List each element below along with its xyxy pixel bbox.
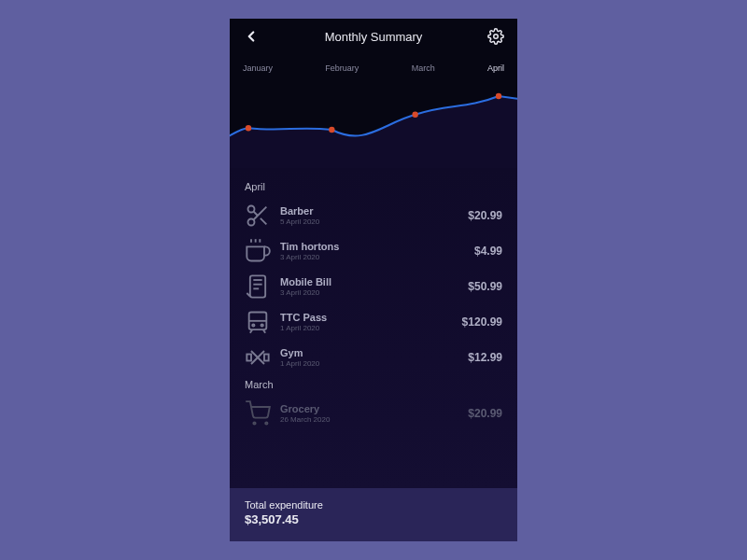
svg-point-26: [265, 422, 267, 424]
transaction-row[interactable]: Tim hortons3 April 2020$4.99: [245, 233, 502, 269]
transaction-name: Grocery: [280, 403, 468, 414]
transaction-name: Tim hortons: [280, 241, 474, 252]
transaction-row[interactable]: Barber5 April 2020$20.99: [245, 198, 502, 233]
transaction-row[interactable]: TTC Pass1 April 2020$120.99: [245, 304, 502, 340]
total-footer: Total expenditure $3,507.45: [230, 488, 517, 541]
header: Monthly Summary: [230, 19, 517, 50]
transaction-amount: $20.99: [468, 407, 502, 420]
page-title: Monthly Summary: [325, 30, 423, 44]
svg-point-5: [248, 206, 255, 213]
transaction-amount: $50.99: [468, 280, 502, 293]
svg-line-9: [253, 211, 258, 216]
svg-point-1: [246, 125, 251, 131]
transaction-amount: $20.99: [468, 209, 502, 222]
svg-point-4: [496, 93, 501, 99]
svg-rect-13: [250, 275, 265, 297]
transaction-name: Barber: [280, 205, 468, 217]
transaction-amount: $120.99: [462, 315, 502, 329]
svg-rect-24: [264, 355, 269, 361]
total-amount: $3,507.45: [245, 512, 502, 526]
grocery-icon: [245, 400, 271, 427]
svg-point-25: [253, 422, 255, 424]
month-label[interactable]: February: [325, 63, 359, 73]
transaction-meta: Gym1 April 2020: [280, 347, 468, 368]
transaction-name: TTC Pass: [280, 312, 462, 323]
coffee-icon: [245, 238, 271, 264]
transaction-name: Mobile Bill: [280, 276, 468, 287]
svg-rect-23: [247, 355, 251, 361]
transaction-row[interactable]: Mobile Bill3 April 2020$50.99: [245, 269, 502, 304]
svg-point-20: [261, 324, 263, 326]
svg-line-8: [261, 218, 266, 224]
section-label: April: [245, 181, 502, 192]
svg-point-0: [494, 35, 499, 39]
month-label[interactable]: January: [243, 63, 273, 73]
transaction-date: 26 March 2020: [280, 415, 468, 424]
transaction-meta: Mobile Bill3 April 2020: [280, 276, 468, 297]
month-axis: January February March April: [230, 50, 517, 75]
svg-point-2: [329, 127, 334, 133]
settings-button[interactable]: [487, 28, 504, 45]
transaction-meta: TTC Pass1 April 2020: [280, 312, 462, 332]
transaction-date: 5 April 2020: [280, 217, 468, 226]
transactions-list[interactable]: AprilBarber5 April 2020$20.99Tim hortons…: [230, 168, 517, 488]
transaction-date: 3 April 2020: [280, 288, 468, 297]
section-label: March: [245, 379, 502, 390]
transaction-date: 1 April 2020: [280, 359, 468, 368]
transit-icon: [245, 309, 271, 335]
transaction-date: 1 April 2020: [280, 324, 462, 332]
month-label[interactable]: March: [412, 63, 435, 73]
transaction-meta: Barber5 April 2020: [280, 205, 468, 226]
svg-point-19: [252, 324, 254, 326]
back-button[interactable]: [243, 28, 260, 45]
app-screen: Monthly Summary January February March A…: [230, 19, 517, 541]
gym-icon: [245, 344, 271, 371]
transaction-row[interactable]: Gym1 April 2020$12.99: [245, 340, 502, 375]
scissors-icon: [245, 203, 271, 229]
transaction-name: Gym: [280, 347, 468, 358]
svg-point-3: [412, 112, 417, 118]
transaction-row[interactable]: Grocery26 March 2020$20.99: [245, 396, 502, 431]
month-label-active[interactable]: April: [487, 63, 504, 73]
svg-point-6: [248, 219, 255, 226]
phone-bill-icon: [245, 273, 271, 300]
total-label: Total expenditure: [245, 499, 502, 511]
transaction-amount: $4.99: [474, 245, 502, 258]
transaction-amount: $12.99: [468, 351, 502, 364]
transaction-meta: Grocery26 March 2020: [280, 403, 468, 424]
transaction-meta: Tim hortons3 April 2020: [280, 241, 474, 261]
spending-chart: [230, 75, 517, 168]
transaction-date: 3 April 2020: [280, 253, 474, 261]
